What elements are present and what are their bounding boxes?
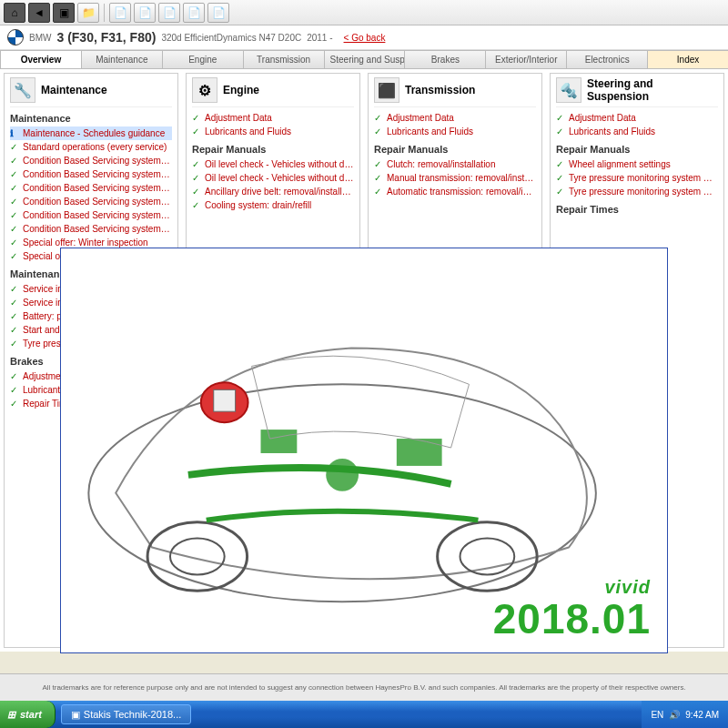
brand-label: BMW — [29, 33, 51, 43]
column-engine: ⚙EngineAdjustment DataLubricants and Flu… — [186, 73, 360, 648]
column-transmission: ⬛TransmissionAdjustment DataLubricants a… — [368, 73, 542, 648]
procedure-link[interactable]: Lubricants and Fluids — [192, 125, 354, 138]
procedure-link[interactable]: Adjustment Data — [556, 111, 718, 125]
link-list: Oil level check - Vehicles without dipst… — [192, 157, 354, 212]
procedure-link[interactable]: Standard operations (every service) — [10, 140, 172, 154]
procedure-link[interactable]: Condition Based Servicing system: exhaus… — [10, 222, 172, 236]
tab-index[interactable]: Index — [647, 50, 728, 68]
home-icon[interactable]: ⌂ — [4, 3, 25, 23]
procedure-link[interactable]: Tyre pressure monitoring — [10, 337, 172, 350]
procedure-link[interactable]: Condition Based Servicing system: rear b… — [10, 195, 172, 208]
tab-strip: Overview Maintenance Engine Transmission… — [0, 50, 728, 69]
tab-steering[interactable]: Steering and Suspension — [324, 50, 405, 68]
doc1-icon[interactable]: 📄 — [109, 3, 131, 23]
procedure-link[interactable]: Adjustment Data — [192, 111, 354, 125]
procedure-link[interactable]: Condition Based Servicing system: front … — [10, 167, 172, 181]
column-icon: ⬛ — [374, 77, 399, 103]
procedure-link[interactable]: Adjustment Data — [374, 111, 536, 125]
procedure-link[interactable]: Special offer: Winter inspection — [10, 236, 172, 249]
content-area: 🔧MaintenanceMaintenanceMaintenance - Sch… — [0, 69, 728, 652]
go-back-link[interactable]: < Go back — [344, 33, 386, 43]
link-list: Adjustment DataLubricants and Fluids — [556, 111, 718, 138]
procedure-link[interactable]: Condition Based Servicing system: vehicl… — [10, 208, 172, 222]
start-button[interactable]: ⊞ start — [0, 701, 56, 728]
procedure-link[interactable]: Special offer: Summer — [10, 249, 172, 263]
procedure-link[interactable]: Lubricants and Fluids — [556, 125, 718, 138]
link-list: Adjustment DataLubricants and Fluids — [192, 111, 354, 138]
model-label: 3 (F30, F31, F80) — [56, 30, 156, 45]
procedure-link[interactable]: Automatic transmission: removal/installa… — [374, 185, 536, 198]
procedure-link[interactable]: Oil level check - Vehicles without dipst… — [192, 157, 354, 171]
tab-engine[interactable]: Engine — [162, 50, 243, 68]
column-title: Engine — [223, 84, 259, 96]
tab-brakes[interactable]: Brakes — [404, 50, 485, 68]
window-icon[interactable]: ▣ — [53, 3, 75, 23]
tab-exterior[interactable]: Exterior/Interior — [485, 50, 566, 68]
back-icon[interactable]: ◄ — [28, 3, 50, 23]
procedure-link[interactable]: Adjustment Data — [10, 369, 172, 383]
section-header: Maintenance — [10, 113, 172, 124]
procedure-link[interactable]: Tyre pressure monitoring system With iDr… — [556, 185, 718, 198]
procedure-link[interactable]: Service indicator reset — [10, 282, 172, 296]
tray-sound-icon: 🔊 — [669, 710, 680, 720]
procedure-link[interactable]: Battery: procedures for — [10, 309, 172, 323]
section-header: Repair Manuals — [192, 144, 354, 155]
procedure-link[interactable]: Condition Based Servicing system: brake … — [10, 181, 172, 195]
doc3-icon[interactable]: 📄 — [158, 3, 180, 23]
brand-roundel-icon — [7, 29, 24, 46]
taskbar-app[interactable]: ▣ Stakis Technik-2018... — [61, 704, 191, 724]
tab-electronics[interactable]: Electronics — [566, 50, 647, 68]
taskbar: ⊞ start ▣ Stakis Technik-2018... EN 🔊 9:… — [0, 701, 728, 728]
procedure-link[interactable]: Manual transmission: removal/installatio… — [374, 171, 536, 185]
column-steering-and-suspension: 🔩Steering and SuspensionAdjustment DataL… — [550, 73, 724, 648]
section-header: Brakes — [10, 356, 172, 367]
app-label: Stakis Technik-2018... — [84, 709, 181, 720]
column-icon: 🔧 — [10, 77, 35, 103]
tab-maintenance[interactable]: Maintenance — [81, 50, 162, 68]
section-header: Maintenance Procedures — [10, 268, 172, 279]
section-header: Repair Manuals — [374, 144, 536, 155]
procedure-link[interactable]: Service indicator reset — [10, 296, 172, 309]
link-list: Wheel alignment settingsTyre pressure mo… — [556, 157, 718, 198]
legal-text: All trademarks are for reference purpose… — [42, 683, 685, 692]
tab-transmission[interactable]: Transmission — [243, 50, 324, 68]
procedure-link[interactable]: Wheel alignment settings — [556, 157, 718, 171]
procedure-link[interactable]: Ancillary drive belt: removal/installati… — [192, 185, 354, 198]
column-header: ⬛Transmission — [374, 77, 536, 107]
toolbar-separator — [104, 4, 105, 22]
column-icon: 🔩 — [556, 77, 581, 103]
procedure-link[interactable]: Lubricants and Fluids — [374, 125, 536, 138]
tray-time: 9:42 AM — [685, 710, 719, 720]
start-label: start — [20, 709, 42, 720]
procedure-link[interactable]: Oil level check - Vehicles without dipst… — [192, 171, 354, 185]
procedure-link[interactable]: Clutch: removal/installation — [374, 157, 536, 171]
link-list: Maintenance - Schedules guidanceStandard… — [10, 126, 172, 263]
procedure-link[interactable]: Tyre pressure monitoring system Without … — [556, 171, 718, 185]
column-icon: ⚙ — [192, 77, 217, 103]
link-list: Clutch: removal/installationManual trans… — [374, 157, 536, 198]
doc2-icon[interactable]: 📄 — [134, 3, 156, 23]
toolbar: ⌂ ◄ ▣ 📁 📄 📄 📄 📄 📄 — [0, 0, 728, 25]
section-header: Repair Manuals — [556, 144, 718, 155]
app-icon: ▣ — [71, 709, 80, 721]
doc5-icon[interactable]: 📄 — [207, 3, 229, 23]
tab-overview[interactable]: Overview — [0, 50, 81, 68]
link-list: Adjustment DataLubricants and FluidsRepa… — [10, 369, 172, 410]
vehicle-title-bar: BMW 3 (F30, F31, F80) 320d EfficientDyna… — [0, 25, 728, 50]
system-tray[interactable]: EN 🔊 9:42 AM — [642, 701, 728, 728]
windows-logo-icon: ⊞ — [7, 709, 15, 721]
column-maintenance: 🔧MaintenanceMaintenanceMaintenance - Sch… — [4, 73, 178, 648]
procedure-link[interactable]: Start and Stop system: — [10, 323, 172, 337]
procedure-link[interactable]: Lubricants and Fluids — [10, 383, 172, 397]
column-header: ⚙Engine — [192, 77, 354, 107]
procedure-link[interactable]: Condition Based Servicing system: engine… — [10, 154, 172, 167]
column-title: Steering and Suspension — [587, 77, 718, 103]
folder-icon[interactable]: 📁 — [77, 3, 99, 23]
tray-lang: EN — [651, 710, 663, 720]
year-label: 2011 - — [307, 33, 332, 43]
procedure-link[interactable]: Maintenance - Schedules guidance — [10, 126, 172, 140]
procedure-link[interactable]: Repair Times — [10, 397, 172, 410]
column-title: Maintenance — [41, 84, 107, 96]
procedure-link[interactable]: Cooling system: drain/refill — [192, 198, 354, 212]
doc4-icon[interactable]: 📄 — [183, 3, 205, 23]
